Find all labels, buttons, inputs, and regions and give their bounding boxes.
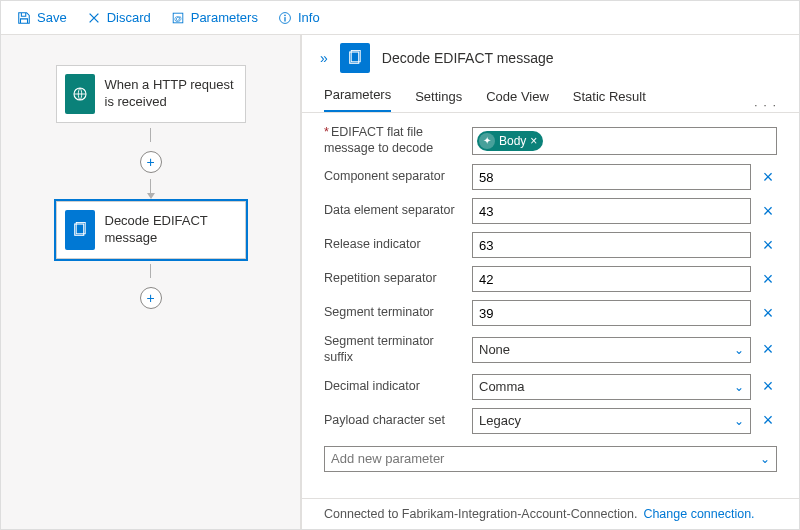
flat-file-input[interactable]: ✦ Body × <box>472 127 777 155</box>
row-data-element-separator: Data element separator × <box>324 198 777 224</box>
save-label: Save <box>37 10 67 25</box>
parameters-icon: @ <box>171 11 185 25</box>
clear-segment-terminator-suffix[interactable]: × <box>759 339 777 360</box>
row-segment-terminator: Segment terminator × <box>324 300 777 326</box>
input-segment-terminator[interactable] <box>472 300 751 326</box>
clear-component-separator[interactable]: × <box>759 167 777 188</box>
body-token-remove[interactable]: × <box>530 134 537 148</box>
label-segment-terminator: Segment terminator <box>324 305 464 321</box>
info-button[interactable]: Info <box>270 6 328 29</box>
select-decimal-indicator[interactable]: Comma ⌄ <box>472 374 751 400</box>
save-icon <box>17 11 31 25</box>
select-add-new-parameter[interactable]: Add new parameter ⌄ <box>324 446 777 472</box>
discard-label: Discard <box>107 10 151 25</box>
top-toolbar: Save Discard @ Parameters Info <box>1 1 799 35</box>
connector-3 <box>150 259 151 283</box>
svg-rect-4 <box>284 17 285 21</box>
clear-data-element-separator[interactable]: × <box>759 201 777 222</box>
input-component-separator[interactable] <box>472 164 751 190</box>
discard-button[interactable]: Discard <box>79 6 159 29</box>
tab-parameters[interactable]: Parameters <box>324 87 391 112</box>
connector-1 <box>150 123 151 147</box>
action-title: Decode EDIFACT message <box>105 213 237 247</box>
panel-title: Decode EDIFACT message <box>382 50 554 66</box>
add-new-parameter-label: Add new parameter <box>331 451 444 466</box>
select-payload-charset-value: Legacy <box>479 413 521 428</box>
panel-tabs: Parameters Settings Code View Static Res… <box>302 81 799 113</box>
body-token-label: Body <box>499 134 526 148</box>
designer-canvas[interactable]: When a HTTP request is received + Decode… <box>1 35 301 529</box>
discard-icon <box>87 11 101 25</box>
input-data-element-separator[interactable] <box>472 198 751 224</box>
label-decimal-indicator: Decimal indicator <box>324 379 464 395</box>
select-decimal-indicator-value: Comma <box>479 379 525 394</box>
connector-2 <box>150 177 151 201</box>
clear-payload-charset[interactable]: × <box>759 410 777 431</box>
row-decimal-indicator: Decimal indicator Comma ⌄ × <box>324 374 777 400</box>
collapse-panel-icon[interactable]: » <box>320 50 328 66</box>
panel-footer: Connected to Fabrikam-Integration-Accoun… <box>302 498 799 529</box>
action-node-decode-edifact[interactable]: Decode EDIFACT message <box>56 201 246 259</box>
svg-point-3 <box>284 14 286 16</box>
row-add-new-parameter: Add new parameter ⌄ <box>324 446 777 472</box>
row-payload-charset: Payload character set Legacy ⌄ × <box>324 408 777 434</box>
tab-code-view[interactable]: Code View <box>486 89 549 112</box>
label-component-separator: Component separator <box>324 169 464 185</box>
label-release-indicator: Release indicator <box>324 237 464 253</box>
row-flat-file: *EDIFACT flat file message to decode ✦ B… <box>324 125 777 156</box>
label-segment-terminator-suffix: Segment terminator suffix <box>324 334 464 365</box>
panel-header: » Decode EDIFACT message <box>302 35 799 81</box>
panel-action-icon <box>340 43 370 73</box>
connection-status-text: Connected to Fabrikam-Integration-Accoun… <box>324 507 637 521</box>
save-button[interactable]: Save <box>9 6 75 29</box>
add-step-button-2[interactable]: + <box>140 287 162 309</box>
parameters-button[interactable]: @ Parameters <box>163 6 266 29</box>
select-payload-charset[interactable]: Legacy ⌄ <box>472 408 751 434</box>
label-flat-file: *EDIFACT flat file message to decode <box>324 125 464 156</box>
chevron-down-icon: ⌄ <box>734 343 744 357</box>
info-icon <box>278 11 292 25</box>
body-token-pill[interactable]: ✦ Body × <box>477 131 543 151</box>
details-panel: » Decode EDIFACT message Parameters Sett… <box>301 35 799 529</box>
clear-release-indicator[interactable]: × <box>759 235 777 256</box>
info-label: Info <box>298 10 320 25</box>
svg-text:@: @ <box>174 13 182 22</box>
add-step-button-1[interactable]: + <box>140 151 162 173</box>
row-component-separator: Component separator × <box>324 164 777 190</box>
row-repetition-separator: Repetition separator × <box>324 266 777 292</box>
row-segment-terminator-suffix: Segment terminator suffix None ⌄ × <box>324 334 777 365</box>
change-connection-link[interactable]: Change connection. <box>643 507 754 521</box>
chevron-down-icon: ⌄ <box>760 452 770 466</box>
body-token-icon: ✦ <box>479 133 495 149</box>
clear-decimal-indicator[interactable]: × <box>759 376 777 397</box>
label-payload-charset: Payload character set <box>324 413 464 429</box>
tab-static-result[interactable]: Static Result <box>573 89 646 112</box>
chevron-down-icon: ⌄ <box>734 414 744 428</box>
parameters-body: *EDIFACT flat file message to decode ✦ B… <box>302 113 799 498</box>
input-release-indicator[interactable] <box>472 232 751 258</box>
label-repetition-separator: Repetition separator <box>324 271 464 287</box>
trigger-title: When a HTTP request is received <box>105 77 237 111</box>
clear-segment-terminator[interactable]: × <box>759 303 777 324</box>
tab-settings[interactable]: Settings <box>415 89 462 112</box>
row-release-indicator: Release indicator × <box>324 232 777 258</box>
http-trigger-icon <box>65 74 95 114</box>
parameters-label: Parameters <box>191 10 258 25</box>
tab-overflow-button[interactable]: · · · <box>754 97 777 112</box>
label-data-element-separator: Data element separator <box>324 203 464 219</box>
trigger-node[interactable]: When a HTTP request is received <box>56 65 246 123</box>
select-segment-terminator-suffix-value: None <box>479 342 510 357</box>
chevron-down-icon: ⌄ <box>734 380 744 394</box>
select-segment-terminator-suffix[interactable]: None ⌄ <box>472 337 751 363</box>
input-repetition-separator[interactable] <box>472 266 751 292</box>
clear-repetition-separator[interactable]: × <box>759 269 777 290</box>
edifact-action-icon <box>65 210 95 250</box>
